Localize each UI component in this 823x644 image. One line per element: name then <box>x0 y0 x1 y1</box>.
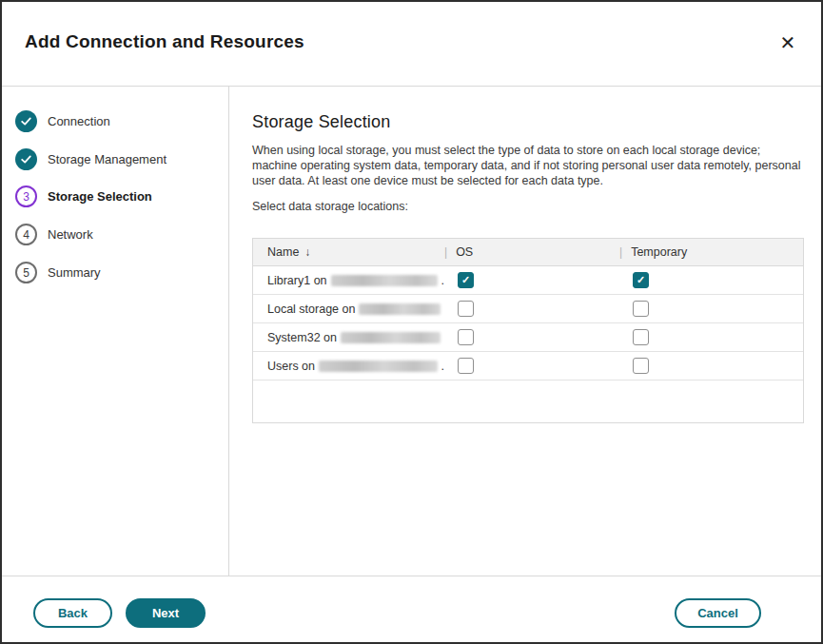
temporary-cell: ✓ <box>619 329 803 345</box>
select-locations-label: Select data storage locations: <box>252 200 408 213</box>
page-description: When using local storage, you must selec… <box>252 143 808 188</box>
column-divider: | <box>444 245 447 259</box>
step-number: 5 <box>23 266 29 280</box>
redacted-server-name <box>341 332 441 343</box>
os-cell: ✓ <box>444 358 619 374</box>
step-status-icon <box>15 110 37 132</box>
storage-name-cell: Library1 on . <box>253 274 444 287</box>
column-header-name[interactable]: Name ↓ <box>253 245 444 259</box>
sidebar-item-storage-management[interactable]: Storage Management <box>15 148 167 170</box>
step-label: Storage Management <box>48 152 167 166</box>
step-number: 4 <box>23 228 29 242</box>
sidebar-item-network[interactable]: 4 Network <box>15 224 93 245</box>
name-column-label: Name <box>267 245 299 259</box>
storage-name-cell: Users on . <box>253 360 444 373</box>
temporary-column-label: Temporary <box>631 245 687 259</box>
os-checkbox[interactable]: ✓ <box>458 272 474 288</box>
add-connection-dialog: Add Connection and Resources ✕ Connectio… <box>0 0 823 644</box>
redacted-server-name <box>319 361 437 372</box>
step-status-icon <box>15 148 37 170</box>
temporary-checkbox[interactable]: ✓ <box>633 358 649 374</box>
storage-name-text: Users on <box>267 360 315 373</box>
temporary-cell: ✓ <box>619 358 803 374</box>
sidebar-item-connection[interactable]: Connection <box>15 110 110 132</box>
redacted-server-name <box>359 303 441 315</box>
step-status-icon: 3 <box>15 185 37 207</box>
os-checkbox[interactable]: ✓ <box>458 301 474 317</box>
page-title: Storage Selection <box>252 112 391 132</box>
step-status-icon: 4 <box>15 224 37 245</box>
storage-row[interactable]: System32 on ✓ ✓ <box>253 323 803 352</box>
table-header-row: Name ↓ | OS | Temporary <box>253 239 803 266</box>
sort-descending-icon: ↓ <box>304 245 310 259</box>
temporary-checkbox[interactable]: ✓ <box>633 272 649 288</box>
os-checkbox[interactable]: ✓ <box>458 329 474 345</box>
column-header-os: | OS <box>444 245 619 259</box>
os-cell: ✓ <box>444 329 619 345</box>
os-checkbox[interactable]: ✓ <box>458 358 474 374</box>
storage-row[interactable]: Users on . ✓ ✓ <box>253 352 803 381</box>
storage-row[interactable]: Library1 on . ✓ ✓ <box>253 266 803 295</box>
redacted-server-name <box>331 275 438 286</box>
sidebar-item-summary[interactable]: 5 Summary <box>15 262 101 283</box>
step-label: Connection <box>48 114 110 128</box>
table-empty-area <box>253 381 803 422</box>
temporary-cell: ✓ <box>619 301 803 317</box>
os-cell: ✓ <box>444 272 619 288</box>
storage-name-cell: System32 on <box>253 331 444 344</box>
sidebar-divider <box>228 87 229 576</box>
next-button[interactable]: Next <box>126 598 206 628</box>
step-label: Summary <box>48 265 101 280</box>
dialog-title: Add Connection and Resources <box>25 31 304 52</box>
storage-row[interactable]: Local storage on ✓ ✓ <box>253 295 803 323</box>
column-divider: | <box>619 245 622 259</box>
close-icon[interactable]: ✕ <box>775 30 800 55</box>
step-number: 3 <box>23 190 29 204</box>
storage-name-text: System32 on <box>267 331 337 344</box>
storage-name-cell: Local storage on <box>253 302 444 316</box>
sidebar-item-storage-selection[interactable]: 3 Storage Selection <box>15 185 152 207</box>
step-status-icon: 5 <box>15 262 37 283</box>
storage-name-text: Local storage on <box>267 302 355 316</box>
wizard-steps-sidebar: Connection Storage Management 3 Storage … <box>2 87 228 576</box>
footer-divider <box>2 576 821 576</box>
storage-locations-table: Name ↓ | OS | Temporary Library1 on . ✓ <box>252 238 804 423</box>
temporary-checkbox[interactable]: ✓ <box>633 301 649 317</box>
column-header-temporary: | Temporary <box>619 245 803 259</box>
step-label: Network <box>48 227 93 242</box>
temporary-cell: ✓ <box>619 272 803 288</box>
temporary-checkbox[interactable]: ✓ <box>633 329 649 345</box>
os-column-label: OS <box>456 245 473 259</box>
os-cell: ✓ <box>444 301 619 317</box>
back-button[interactable]: Back <box>33 598 112 628</box>
cancel-button[interactable]: Cancel <box>675 598 761 628</box>
step-label: Storage Selection <box>48 189 152 204</box>
storage-name-text: Library1 on <box>267 274 327 287</box>
